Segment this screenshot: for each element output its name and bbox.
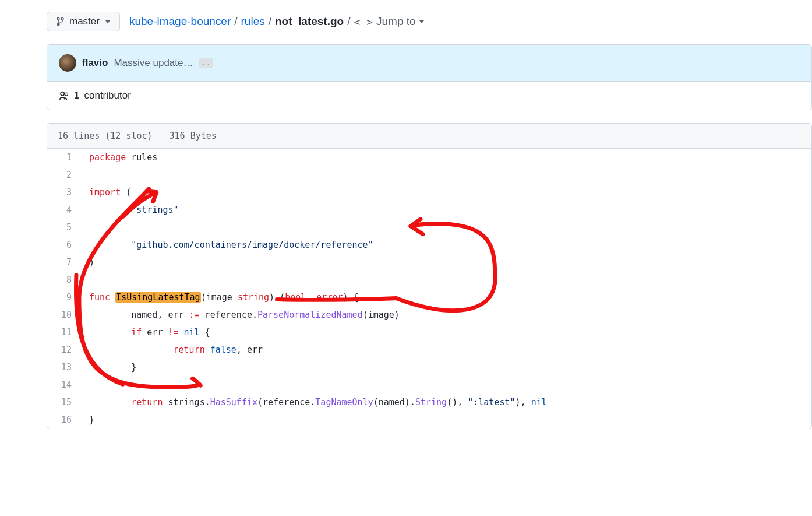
code-line: 2 [47, 166, 811, 184]
line-number[interactable]: 15 [47, 394, 82, 411]
avatar[interactable] [59, 54, 76, 72]
line-number[interactable]: 11 [47, 324, 82, 341]
line-content: } [82, 359, 811, 376]
branch-name: master [69, 16, 100, 27]
code-line: 10 named, err := reference.ParseNormaliz… [47, 306, 811, 324]
code-line: 7) [47, 254, 811, 271]
contributors-count: 1 [74, 90, 79, 101]
file-header-row: master kube-image-bouncer / rules / not_… [47, 12, 812, 31]
line-content: "github.com/containers/image/docker/refe… [82, 236, 811, 254]
code-line: 14 [47, 376, 811, 394]
code-line: 8 [47, 271, 811, 289]
line-content [82, 271, 811, 289]
code-line: 16} [47, 411, 811, 429]
breadcrumb-separator: / [234, 15, 237, 28]
latest-commit-row: flavio Massive update… … [47, 45, 811, 82]
line-content [82, 166, 811, 184]
line-content [82, 376, 811, 394]
vertical-separator [161, 131, 161, 141]
line-number[interactable]: 3 [47, 184, 82, 201]
line-number[interactable]: 16 [47, 411, 82, 429]
line-content: import ( [82, 184, 811, 201]
code-line: 4 "strings" [47, 201, 811, 219]
line-number[interactable]: 7 [47, 254, 82, 271]
line-content: func IsUsingLatestTag(image string) (boo… [82, 289, 811, 306]
breadcrumb-separator: / [269, 15, 271, 28]
line-content: "strings" [82, 201, 811, 219]
line-number[interactable]: 14 [47, 376, 82, 394]
code-line: 1package rules [47, 149, 811, 166]
line-number[interactable]: 13 [47, 359, 82, 376]
line-number[interactable]: 5 [47, 219, 82, 236]
line-number[interactable]: 2 [47, 166, 82, 184]
line-number[interactable]: 12 [47, 341, 82, 359]
line-content: } [82, 411, 811, 429]
line-number[interactable]: 10 [47, 306, 82, 324]
commit-box: flavio Massive update… … 1 contributor [47, 44, 812, 110]
blob-wrapper: 16 lines (12 sloc) 316 Bytes 1package ru… [47, 123, 812, 429]
blob-lines-sloc: 16 lines (12 sloc) [58, 131, 153, 141]
jump-to-label: Jump to [376, 15, 416, 28]
line-content: named, err := reference.ParseNormalizedN… [82, 306, 811, 324]
line-content [82, 219, 811, 236]
breadcrumb-separator: / [347, 15, 350, 28]
commit-message[interactable]: Massive update… [114, 57, 193, 69]
commit-author[interactable]: flavio [82, 57, 108, 69]
expand-commit-button[interactable]: … [199, 58, 213, 68]
line-number[interactable]: 1 [47, 149, 82, 166]
blob-bytes: 316 Bytes [170, 131, 217, 141]
code-line: 13 } [47, 359, 811, 376]
contributors-label: contributor [84, 90, 130, 101]
caret-down-icon [419, 20, 424, 23]
breadcrumb-repo[interactable]: kube-image-bouncer [129, 15, 231, 28]
line-content: ) [82, 254, 811, 271]
line-content: if err != nil { [82, 324, 811, 341]
line-number[interactable]: 8 [47, 271, 82, 289]
line-number[interactable]: 6 [47, 236, 82, 254]
contributors-row[interactable]: 1 contributor [47, 82, 811, 110]
line-number[interactable]: 9 [47, 289, 82, 306]
git-branch-icon [57, 17, 66, 26]
caret-down-icon [105, 20, 110, 23]
breadcrumb-file: not_latest.go [275, 15, 344, 28]
line-content: return strings.HasSuffix(reference.TagNa… [82, 394, 811, 411]
code-line: 6 "github.com/containers/image/docker/re… [47, 236, 811, 254]
code-line: 5 [47, 219, 811, 236]
branch-selector[interactable]: master [47, 12, 120, 31]
line-content: package rules [82, 149, 811, 166]
code-line: 12 return false, err [47, 341, 811, 359]
code-line: 15 return strings.HasSuffix(reference.Ta… [47, 394, 811, 411]
blob-info-bar: 16 lines (12 sloc) 316 Bytes [47, 124, 811, 149]
line-number[interactable]: 4 [47, 201, 82, 219]
source-code: 1package rules23import (4 "strings"56 "g… [47, 149, 811, 429]
code-icon: < > [354, 16, 373, 28]
code-line: 11 if err != nil { [47, 324, 811, 341]
people-icon [59, 90, 69, 101]
breadcrumb: kube-image-bouncer / rules / not_latest.… [129, 15, 424, 28]
breadcrumb-dir[interactable]: rules [241, 15, 265, 28]
code-line: 3import ( [47, 184, 811, 201]
line-content: return false, err [82, 341, 811, 359]
code-line: 9func IsUsingLatestTag(image string) (bo… [47, 289, 811, 306]
jump-to-dropdown[interactable]: < > Jump to [354, 15, 424, 28]
